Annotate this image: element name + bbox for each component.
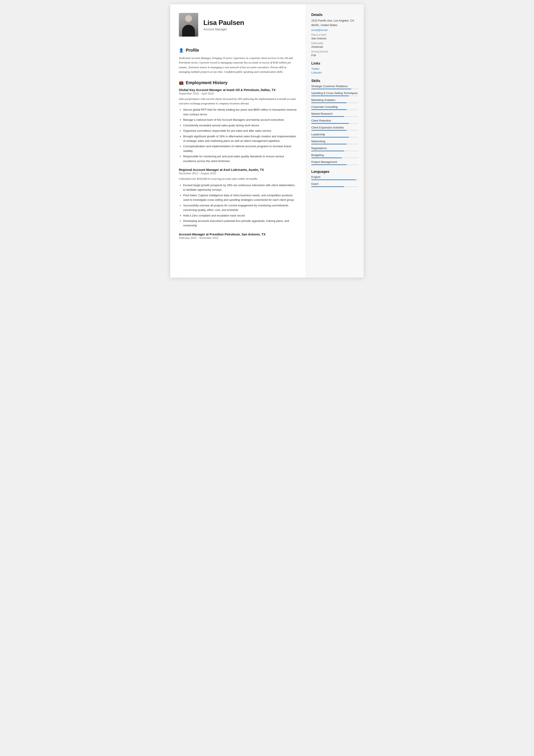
bullet: Brought significant growth of 16% in aft… [183, 134, 297, 143]
job-summary-1: Sales performance with current clients i… [179, 97, 297, 106]
employment-icon: 💼 [179, 80, 184, 85]
skill-bar-bg-0 [311, 89, 358, 89]
skill-bar-bg-2 [311, 102, 358, 103]
bullet: Post-Sales: Capture intelligence data of… [183, 193, 297, 202]
header-text: Lisa Paulsen Account Manager [203, 19, 297, 31]
skill-name-0: Strategic Customer Relations [311, 85, 358, 88]
lang-bar-bg-0 [311, 179, 358, 180]
details-section-title: Details [311, 13, 358, 17]
skill-item-11: Project Management [311, 160, 358, 165]
job-dates-2: December 2012 – August 2016 [179, 172, 297, 175]
skill-name-8: Networking [311, 140, 358, 143]
resume-container: Lisa Paulsen Account Manager 👤 Profile D… [170, 4, 364, 278]
skill-name-6: Client Expansion Activities [311, 126, 358, 129]
skill-bar-fill-4 [311, 116, 344, 117]
skill-name-9: Negotiations [311, 147, 358, 150]
candidate-name: Lisa Paulsen [203, 19, 297, 27]
lang-item-1: Dutch [311, 182, 358, 187]
lang-name-0: English [311, 176, 358, 178]
links-section: Links Twitter Linkedin [311, 62, 358, 74]
languages-section: Languages English Dutch [311, 170, 358, 187]
details-section: Details 1515 Pacific Ave, Los Angeles, C… [311, 13, 358, 57]
bullet: Exceed target growth prospects by 28% vi… [183, 183, 297, 192]
bullet: Organized committees responsible for pre… [183, 128, 297, 133]
nationality-label: Nationality [311, 42, 358, 45]
profile-section: 👤 Profile Dedicated Account Manager, bri… [179, 48, 297, 74]
bullet: Hold a Zero complaint and escalation tra… [183, 213, 297, 218]
job-dates-1: September 2016 – April 2019 [179, 92, 297, 95]
bullet: Successfully oversee all projects for cu… [183, 203, 297, 212]
lang-bar-bg-1 [311, 186, 358, 187]
skill-bar-bg-5 [311, 123, 358, 124]
skill-bar-bg-11 [311, 164, 358, 165]
skill-bar-fill-9 [311, 151, 344, 151]
skill-item-10: Budgeting [311, 153, 358, 158]
skill-name-4: Market Research [311, 112, 358, 115]
skill-bar-fill-5 [311, 123, 349, 124]
lang-bar-fill-1 [311, 186, 344, 187]
job-summary-2: Cultivated over $550,000 in recurring ac… [179, 177, 297, 181]
bullet: Secure global RFP bids for clients total… [183, 107, 297, 117]
skill-bar-bg-7 [311, 137, 358, 138]
skill-name-7: Leadership [311, 133, 358, 136]
skill-bar-fill-6 [311, 130, 346, 131]
candidate-title: Account Manager [203, 28, 297, 31]
driving-license: Full [311, 54, 358, 57]
links-section-title: Links [311, 62, 358, 66]
bullet: Developing accounts executive's potentia… [183, 219, 297, 228]
sidebar: Details 1515 Pacific Ave, Los Angeles, C… [306, 4, 364, 278]
linkedin-link[interactable]: Linkedin [311, 71, 358, 74]
place-of-birth: San Antonio [311, 37, 358, 40]
lang-item-0: English [311, 176, 358, 180]
employment-section-title: 💼 Employment History [179, 80, 297, 85]
profile-icon: 👤 [179, 48, 184, 53]
job-entry-1: Global Key Account Manager at Inash Oil … [179, 88, 297, 163]
employment-section: 💼 Employment History Global Key Account … [179, 80, 297, 239]
skill-bar-fill-1 [311, 95, 349, 96]
skill-item-6: Client Expansion Activities [311, 126, 358, 131]
lang-bar-fill-0 [311, 179, 356, 180]
twitter-link[interactable]: Twitter [311, 67, 358, 70]
skill-name-3: Corporate Consulting [311, 105, 358, 108]
skills-section-title: Skills [311, 79, 358, 83]
lang-name-1: Dutch [311, 182, 358, 185]
skill-name-11: Project Management [311, 160, 358, 164]
job-entry-3: Account Manager at Presidion Petroleum, … [179, 233, 297, 239]
skill-item-5: Client Retention [311, 119, 358, 124]
skill-item-8: Networking [311, 140, 358, 145]
job-dates-3: February 2010 – November 2012 [179, 236, 297, 239]
place-of-birth-label: Place of birth [311, 33, 358, 36]
skill-name-10: Budgeting [311, 153, 358, 157]
driving-license-label: Driving license [311, 50, 358, 53]
bullet: Consistently exceeded annual sales goals… [183, 123, 297, 128]
skill-bar-bg-4 [311, 116, 358, 117]
skill-name-5: Client Retention [311, 119, 358, 122]
job-title-3: Account Manager at Presidion Petroleum, … [179, 233, 297, 236]
skill-item-0: Strategic Customer Relations [311, 85, 358, 89]
nationality: American [311, 45, 358, 48]
resume-header: Lisa Paulsen Account Manager [179, 13, 297, 41]
skill-bar-fill-2 [311, 102, 346, 103]
skill-bar-bg-10 [311, 157, 358, 158]
skill-bar-bg-6 [311, 130, 358, 131]
skill-name-2: Marketing Analytics [311, 98, 358, 101]
skill-bar-fill-0 [311, 89, 351, 89]
skill-item-2: Marketing Analytics [311, 98, 358, 103]
job-entry-2: Regional Account Manager at Asol Lubrica… [179, 168, 297, 228]
bullet: Manage a national team of five Account M… [183, 118, 297, 122]
job-bullets-1: Secure global RFP bids for clients total… [179, 107, 297, 163]
languages-section-title: Languages [311, 170, 358, 174]
skill-bar-bg-9 [311, 151, 358, 151]
job-title-2: Regional Account Manager at Asol Lubrica… [179, 168, 297, 172]
email: email@email [311, 28, 358, 32]
profile-section-title: 👤 Profile [179, 48, 297, 53]
skill-bar-fill-10 [311, 157, 342, 158]
skill-item-4: Market Research [311, 112, 358, 117]
skill-bar-fill-11 [311, 164, 346, 165]
job-bullets-2: Exceed target growth prospects by 28% vi… [179, 183, 297, 228]
skill-bar-bg-3 [311, 109, 358, 110]
skills-section: Skills Strategic Customer Relations Upse… [311, 79, 358, 165]
job-title-1: Global Key Account Manager at Inash Oil … [179, 88, 297, 92]
skill-name-1: Upselling & Cross-Selling Techniques [311, 92, 358, 95]
bullet: Conceptualization and implementation of … [183, 144, 297, 153]
